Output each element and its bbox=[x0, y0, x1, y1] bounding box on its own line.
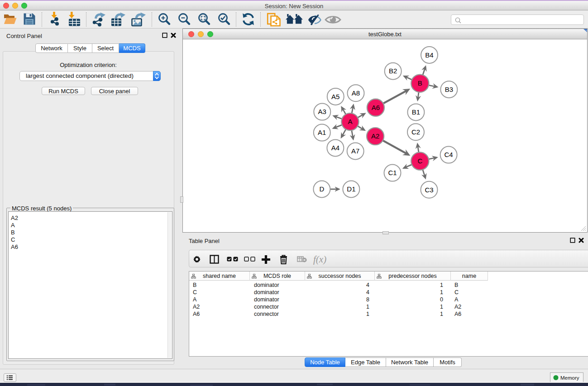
svg-text:f(x): f(x) bbox=[313, 254, 326, 265]
svg-text:A7: A7 bbox=[351, 147, 359, 155]
svg-text:B3: B3 bbox=[445, 86, 453, 93]
svg-text:A1: A1 bbox=[318, 129, 326, 136]
svg-text:B4: B4 bbox=[425, 51, 433, 59]
svg-text:A6: A6 bbox=[372, 104, 380, 111]
svg-text:A2: A2 bbox=[371, 132, 379, 140]
svg-text:A5: A5 bbox=[331, 93, 339, 100]
svg-text:C3: C3 bbox=[425, 186, 433, 194]
svg-text:B1: B1 bbox=[412, 108, 420, 116]
svg-text:A8: A8 bbox=[352, 89, 360, 97]
svg-text:D: D bbox=[319, 185, 324, 193]
svg-text:Memory: Memory bbox=[560, 375, 579, 381]
svg-text:A: A bbox=[348, 118, 352, 125]
svg-text:A3: A3 bbox=[318, 108, 326, 115]
svg-text:D1: D1 bbox=[347, 185, 355, 193]
svg-text:B2: B2 bbox=[389, 67, 397, 75]
svg-text:C1: C1 bbox=[388, 169, 397, 176]
svg-text:C4: C4 bbox=[445, 151, 453, 158]
svg-text:C: C bbox=[417, 157, 422, 165]
svg-text:C2: C2 bbox=[411, 128, 420, 136]
svg-text:B: B bbox=[418, 79, 422, 87]
svg-text:A4: A4 bbox=[331, 144, 339, 152]
